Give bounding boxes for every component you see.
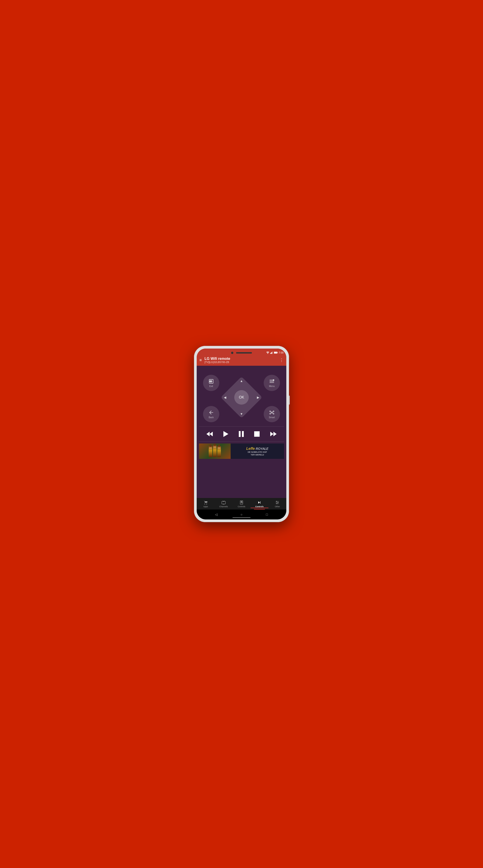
nav-label-other: Other [275, 505, 280, 508]
svg-rect-23 [254, 431, 260, 437]
earpiece [236, 352, 252, 353]
pause-button[interactable] [239, 431, 244, 437]
dpad-down-button[interactable]: ▼ [238, 410, 245, 417]
nav-label-channels: Channels [219, 505, 228, 508]
dpad-left-button[interactable]: ◀ [222, 394, 228, 401]
forward-button[interactable] [270, 432, 277, 436]
stop-icon [254, 431, 260, 437]
svg-marker-24 [270, 432, 274, 436]
dpad-up-button[interactable]: ▲ [238, 377, 245, 384]
svg-point-13 [273, 413, 274, 414]
app-bar: ≡ LG Wifi remote [TV][LG]32LB5700-ZB ⋮ [197, 355, 286, 366]
play-icon [223, 431, 228, 437]
svg-marker-18 [209, 432, 213, 436]
remote-control-area: Exit Menu ▲ [197, 366, 286, 498]
back-label: Back [209, 416, 214, 418]
nav-item-apps[interactable]: Apps [197, 500, 215, 508]
phone-screen: 7:00 ≡ LG Wifi remote [TV][LG]32LB5700-Z… [197, 348, 286, 520]
ad-tagline: DE NOBELSTE HOP TER WERELD [248, 451, 267, 456]
stop-button[interactable] [254, 431, 260, 437]
svg-line-14 [270, 412, 272, 412]
exit-button[interactable]: Exit [203, 375, 219, 391]
svg-point-38 [277, 503, 277, 504]
svg-marker-19 [206, 432, 209, 436]
svg-rect-7 [277, 352, 278, 353]
phone-icon [239, 500, 244, 505]
svg-rect-1 [270, 353, 271, 354]
nav-item-controls1[interactable]: Controls [232, 500, 250, 508]
nav-label-controls2: Controls [255, 505, 264, 508]
app-subtitle: [TV][LG]32LB5700-ZB [205, 361, 230, 364]
nav-label-controls1: Controls [238, 505, 245, 508]
play-button[interactable] [223, 431, 228, 437]
android-back-button[interactable]: ◁ [213, 511, 220, 518]
ad-banner: Leffe ROYALE DE NOBELSTE HOP TER WERELD [199, 443, 284, 459]
exit-icon [208, 378, 214, 384]
nav-item-channels[interactable]: Channels [215, 500, 232, 508]
nav-item-controls2[interactable]: Controls [251, 500, 268, 508]
svg-rect-21 [239, 431, 240, 437]
ad-image [199, 443, 231, 459]
skip-next-icon [257, 500, 262, 505]
hamburger-menu-button[interactable]: ≡ [199, 358, 202, 363]
smart-button[interactable]: Smart [264, 406, 280, 422]
phone-device: 7:00 ≡ LG Wifi remote [TV][LG]32LB5700-Z… [194, 346, 289, 522]
nav-item-other[interactable]: Other [268, 500, 286, 508]
separator-top [199, 426, 284, 427]
forward-icon [270, 432, 277, 436]
back-button[interactable]: Back [203, 406, 219, 422]
pause-icon [239, 431, 244, 437]
status-icons: 7:00 [266, 351, 284, 354]
status-time: 7:00 [279, 351, 284, 354]
android-recent-button[interactable]: □ [263, 511, 270, 518]
menu-icon [269, 378, 275, 384]
app-title: LG Wifi remote [205, 357, 230, 361]
battery-icon [274, 351, 278, 354]
ok-label: OK [239, 395, 244, 399]
menu-button[interactable]: Menu [264, 375, 280, 391]
rewind-button[interactable] [206, 432, 213, 436]
wifi-icon [266, 351, 269, 354]
menu-label: Menu [269, 385, 275, 388]
ok-button[interactable]: OK [234, 390, 249, 405]
app-bar-left: ≡ LG Wifi remote [TV][LG]32LB5700-ZB [199, 357, 230, 364]
svg-rect-32 [242, 502, 243, 503]
ad-content: Leffe ROYALE DE NOBELSTE HOP TER WERELD [199, 443, 284, 459]
tv-icon [221, 500, 226, 505]
side-volume-button [289, 396, 290, 405]
page-wrapper: 7:00 ≡ LG Wifi remote [TV][LG]32LB5700-Z… [0, 0, 483, 868]
more-options-button[interactable]: ⋮ [280, 358, 284, 363]
separator-bottom [199, 441, 284, 442]
app-bar-title: LG Wifi remote [TV][LG]32LB5700-ZB [205, 357, 230, 364]
svg-point-8 [273, 379, 274, 381]
dpad-right-button[interactable]: ▶ [255, 394, 261, 401]
smart-label: Smart [269, 416, 275, 418]
camera [231, 352, 233, 354]
svg-marker-20 [223, 431, 228, 437]
exit-label: Exit [209, 385, 213, 388]
svg-rect-4 [272, 351, 273, 354]
svg-rect-6 [274, 352, 277, 353]
dpad: ▲ ▼ ◀ ▶ OK [221, 377, 262, 418]
svg-rect-26 [222, 501, 225, 504]
phone-bottom-indicator [232, 517, 251, 518]
ad-brand: Leffe ROYALE [246, 446, 268, 451]
svg-rect-29 [241, 501, 243, 502]
svg-point-10 [269, 411, 271, 412]
back-icon [208, 410, 214, 415]
svg-point-11 [273, 411, 274, 412]
controls-section: Exit Menu ▲ [199, 370, 284, 425]
nav-label-apps: Apps [203, 505, 208, 508]
ad-text: Leffe ROYALE DE NOBELSTE HOP TER WERELD [231, 443, 284, 459]
signal-icon [270, 351, 273, 354]
rewind-icon [206, 432, 213, 436]
svg-rect-31 [241, 502, 242, 503]
svg-rect-3 [272, 352, 272, 354]
svg-point-12 [269, 413, 271, 414]
svg-point-9 [272, 412, 272, 413]
svg-point-0 [267, 353, 268, 354]
bottom-nav: Apps Channels [197, 498, 286, 509]
smart-icon [269, 410, 275, 415]
android-home-button[interactable]: ○ [238, 511, 245, 518]
media-controls [199, 428, 284, 440]
